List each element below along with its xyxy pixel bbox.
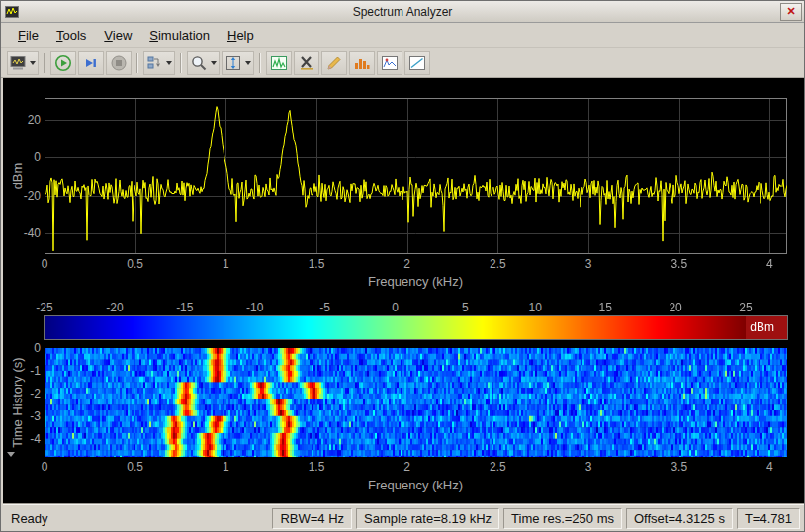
step-forward-icon [82, 54, 100, 72]
status-ready: Ready [3, 511, 272, 526]
spectrum-y-tick-label: 20 [28, 113, 41, 127]
spectrum-x-tick-label: 1 [223, 257, 229, 271]
time-history-scroll-down-icon[interactable] [7, 452, 15, 457]
colorbar-tick-label: -25 [36, 301, 52, 314]
menu-help[interactable]: Help [219, 25, 263, 45]
spectrogram-xlabel: Frequency (kHz) [368, 478, 463, 492]
spectrogram-y-tick-label: -3 [30, 409, 41, 423]
spectrum-ylabel: dBm [10, 163, 25, 190]
spectrogram-x-tick-label: 1.5 [309, 460, 325, 474]
spectrum-y-tick-label: 0 [34, 150, 41, 164]
menu-file[interactable]: File [9, 25, 47, 45]
colorbar-tick-label: 10 [529, 301, 542, 314]
run-icon [54, 54, 72, 72]
channel-measurements-button[interactable] [349, 51, 375, 75]
zoom-button[interactable] [187, 51, 220, 75]
spectrogram-x-tick-label: 3 [585, 460, 592, 474]
menu-simulation[interactable]: Simulation [140, 25, 219, 45]
spectrogram-x-tick-label: 0.5 [127, 460, 143, 474]
peak-finder-button[interactable] [377, 51, 402, 75]
menu-tools[interactable]: Tools [47, 25, 95, 45]
spectrum-x-tick-label: 0 [42, 257, 48, 271]
spectrogram-x-tick-label: 2.5 [490, 460, 506, 474]
title-bar[interactable]: Spectrum Analyzer ✕ [1, 1, 804, 23]
magnifier-icon [190, 54, 208, 72]
menu-view[interactable]: View [95, 25, 140, 45]
step-forward-button[interactable] [78, 51, 104, 75]
spectrogram-x-tick-label: 4 [766, 460, 773, 474]
pencil-icon [325, 54, 343, 72]
spectrogram-x-tick-label: 0 [42, 460, 48, 474]
colorbar-tick-label: -20 [106, 301, 123, 314]
spectrogram-y-tick-label: -2 [30, 387, 41, 400]
stop-button[interactable] [106, 51, 132, 75]
span-button[interactable] [222, 51, 254, 75]
spectrogram-y-tick-label: -4 [30, 432, 41, 446]
dropdown-caret-icon [211, 61, 217, 65]
menu-bar: File Tools View Simulation Help [1, 23, 804, 48]
status-bar: Ready RBW=4 Hz Sample rate=8.19 kHz Time… [3, 504, 804, 532]
spectrum-x-tick-label: 0.5 [127, 257, 143, 271]
status-offset: Offset=4.3125 s [626, 508, 733, 529]
spectrum-icon [270, 55, 288, 71]
colorbar-tick-label: 15 [599, 301, 612, 314]
spectrum-xlabel: Frequency (kHz) [368, 274, 463, 289]
spectrum-x-tick-label: 3 [585, 257, 592, 271]
colorbar-unit-label: dBm [750, 316, 774, 339]
colorbar-tick-label: -10 [246, 301, 263, 314]
spectrogram-y-tick-label: 0 [34, 341, 41, 355]
dropdown-caret-icon [245, 61, 251, 65]
spectrum-x-tick-label: 2 [403, 257, 410, 271]
dropdown-caret-icon [30, 61, 36, 65]
simulation-stepping-button[interactable] [143, 51, 175, 75]
run-button[interactable] [50, 51, 76, 75]
toolbar-separator [44, 53, 45, 73]
colorbar-canvas [45, 316, 787, 339]
window-title: Spectrum Analyzer [1, 5, 804, 19]
status-rbw: RBW=4 Hz [272, 508, 352, 529]
spectrogram-x-tick-label: 1 [223, 460, 229, 474]
close-button[interactable]: ✕ [780, 3, 802, 21]
spectrum-x-tick-label: 3.5 [671, 257, 687, 271]
toolbar-separator [136, 53, 138, 73]
stop-icon [110, 54, 128, 72]
colorbar-tick-label: 25 [739, 301, 752, 314]
spectrum-canvas[interactable] [45, 98, 787, 254]
colorbar-tick-label: 5 [462, 301, 469, 314]
sloped-line-icon [408, 55, 426, 71]
spectrogram-y-tick-label: -1 [30, 364, 41, 378]
x-cursors-icon [298, 55, 315, 71]
status-sim-time: T=4.781 [737, 508, 800, 529]
annotation-button[interactable] [321, 51, 347, 75]
plot-area: dBm Frequency (kHz) dBm Time History (s)… [3, 78, 804, 503]
distortion-measurements-button[interactable] [404, 51, 430, 75]
spectrogram-ylabel: Time History (s) [10, 357, 25, 447]
toolbar-separator [180, 53, 182, 73]
scope-settings-icon [10, 55, 27, 71]
spectrum-x-tick-label: 4 [766, 257, 773, 271]
dropdown-caret-icon [166, 61, 172, 65]
close-icon: ✕ [786, 5, 795, 17]
colorbar-tick-label: 20 [669, 301, 681, 314]
spectrogram-x-tick-label: 3.5 [671, 460, 687, 474]
fit-to-view-icon [224, 54, 242, 72]
scope-settings-button[interactable] [7, 51, 39, 75]
channel-bars-icon [353, 55, 371, 71]
spectrum-x-tick-label: 2.5 [490, 257, 506, 271]
colorbar-tick-label: -15 [176, 301, 193, 314]
spectrogram-canvas[interactable] [45, 348, 787, 457]
peak-chart-icon [381, 55, 399, 71]
spectrum-y-tick-label: -40 [24, 226, 41, 240]
colorbar-tick-label: -5 [319, 301, 330, 314]
cursor-measurements-button[interactable] [294, 51, 319, 75]
status-sample-rate: Sample rate=8.19 kHz [356, 508, 499, 529]
spectrum-analyzer-window: Spectrum Analyzer ✕ File Tools View Simu… [0, 0, 805, 532]
spectrum-settings-button[interactable] [266, 51, 292, 75]
spectrogram-x-tick-label: 2 [403, 460, 410, 474]
spectrum-x-tick-label: 1.5 [309, 257, 325, 271]
toolbar-separator [259, 53, 261, 73]
spectrum-y-tick-label: -20 [24, 189, 41, 203]
toolbar [1, 48, 804, 78]
stepping-options-icon [146, 55, 163, 71]
window-icon [5, 6, 19, 18]
